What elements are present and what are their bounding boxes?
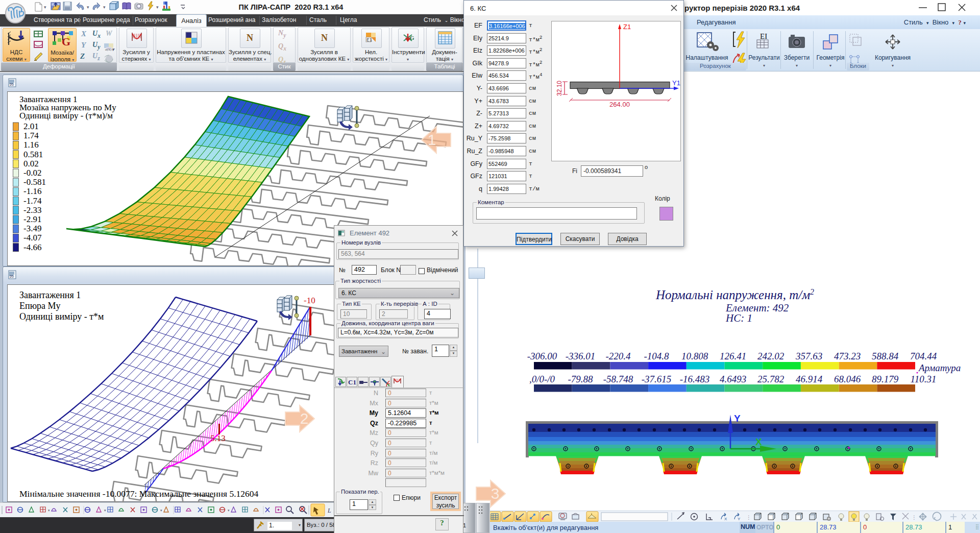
svg-text:126.41: 126.41	[720, 351, 746, 361]
svg-text:Арматура: Арматура	[918, 362, 961, 373]
svg-text:▾: ▾	[104, 508, 106, 512]
svg-text:-16.483: -16.483	[680, 374, 710, 384]
svg-text:1.74: 1.74	[23, 131, 39, 140]
svg-text:▾: ▾	[156, 5, 159, 10]
svg-text:▾: ▾	[103, 5, 106, 10]
svg-text:25.782: 25.782	[757, 374, 785, 384]
svg-text:0.02: 0.02	[23, 159, 39, 168]
svg-text:Y1: Y1	[672, 79, 680, 87]
svg-text:20: 20	[10, 275, 14, 278]
svg-text:2.01: 2.01	[23, 122, 39, 131]
svg-text:-336.01: -336.01	[566, 351, 596, 361]
svg-text:Y: Y	[734, 413, 741, 424]
svg-text:1.16: 1.16	[23, 140, 39, 150]
svg-text:▾: ▾	[228, 508, 230, 512]
svg-text:a(X): a(X)	[105, 47, 112, 51]
svg-text:-37.615: -37.615	[642, 374, 672, 384]
svg-text:⋮: ⋮	[746, 515, 751, 520]
svg-text:▾: ▾	[48, 508, 50, 512]
svg-text:32.10: 32.10	[556, 81, 563, 96]
svg-text:0.581: 0.581	[23, 150, 43, 159]
svg-text:-306.00: -306.00	[527, 351, 557, 361]
svg-text:Завантаження 1: Завантаження 1	[19, 290, 81, 300]
svg-text:EI: EI	[760, 32, 767, 40]
svg-text:X: X	[724, 517, 727, 521]
svg-text:3: 3	[491, 485, 500, 502]
svg-text:264.00: 264.00	[609, 101, 630, 108]
svg-text:-1.74: -1.74	[23, 196, 42, 206]
svg-text:G: G	[410, 35, 414, 41]
svg-text:,0/0-/0: ,0/0-/0	[529, 374, 555, 384]
svg-text:E1: E1	[366, 37, 372, 42]
svg-text:89.179: 89.179	[872, 374, 899, 384]
svg-text:-0.581: -0.581	[23, 177, 46, 187]
svg-text:-2.91: -2.91	[23, 214, 41, 224]
svg-text:10.808: 10.808	[681, 351, 708, 361]
svg-text:Епюра My: Епюра My	[19, 301, 61, 311]
svg-text:▾: ▾	[160, 508, 162, 512]
svg-text:Мінімальне значення -10.0077:: Мінімальне значення -10.0077: Максимальн…	[19, 489, 259, 499]
svg-text:20: 20	[10, 83, 14, 86]
svg-text:-58.748: -58.748	[603, 374, 633, 384]
svg-text:-0.02: -0.02	[23, 168, 41, 178]
svg-text:Y: Y	[738, 517, 741, 521]
svg-text:46.914: 46.914	[796, 374, 823, 384]
svg-text:5.13: 5.13	[210, 433, 226, 443]
svg-text:4.6493: 4.6493	[720, 374, 746, 384]
svg-text:-220.4: -220.4	[605, 351, 631, 361]
svg-text:473.23: 473.23	[834, 351, 861, 361]
svg-text:588.84: 588.84	[872, 351, 899, 361]
svg-text:Одиниці виміру - (т*м)/м: Одиниці виміру - (т*м)/м	[19, 111, 113, 120]
svg-text:-4.07: -4.07	[23, 233, 42, 243]
svg-text:-3.49: -3.49	[23, 224, 41, 233]
svg-text:704.44: 704.44	[910, 351, 937, 361]
svg-text:НС: 1: НС: 1	[725, 312, 752, 324]
svg-text:N: N	[247, 33, 253, 43]
svg-text:68.046: 68.046	[834, 374, 861, 384]
svg-text:242.02: 242.02	[757, 351, 785, 361]
svg-text:-79.88: -79.88	[568, 374, 593, 384]
svg-text:Одиниці виміру - т*м: Одиниці виміру - т*м	[19, 311, 104, 322]
svg-text:Z1: Z1	[623, 23, 631, 31]
svg-text:▾: ▾	[87, 5, 89, 10]
svg-text:-10: -10	[304, 296, 315, 305]
svg-text:L: L	[327, 507, 331, 514]
svg-text:2: 2	[300, 410, 309, 427]
svg-text:▾: ▾	[44, 5, 46, 10]
svg-text:G: G	[62, 35, 70, 47]
svg-text:1: 1	[428, 131, 436, 148]
svg-text:-2.33: -2.33	[23, 205, 41, 215]
svg-text:357.63: 357.63	[795, 351, 822, 361]
svg-text:-104.8: -104.8	[644, 351, 669, 361]
svg-text:N: N	[321, 33, 328, 43]
svg-text:Нормальні напруження, т/м2: Нормальні напруження, т/м2	[655, 287, 814, 302]
svg-text:-4.66: -4.66	[23, 243, 41, 252]
svg-text:⋮: ⋮	[912, 515, 917, 520]
svg-text:110.31: 110.31	[911, 374, 937, 384]
svg-text:-1.16: -1.16	[23, 186, 41, 196]
svg-text:C1: C1	[348, 378, 356, 386]
svg-text:X: X	[755, 437, 762, 447]
